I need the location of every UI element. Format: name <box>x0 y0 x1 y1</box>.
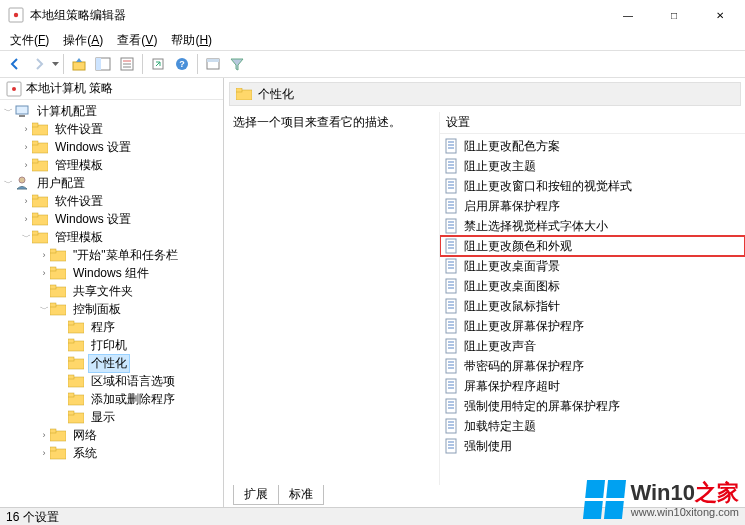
filter-button[interactable] <box>226 53 248 75</box>
close-button[interactable]: ✕ <box>697 0 743 30</box>
settings-list[interactable]: 设置 阻止更改配色方案阻止更改主题阻止更改窗口和按钮的视觉样式启用屏幕保护程序禁… <box>439 112 745 485</box>
maximize-button[interactable]: □ <box>651 0 697 30</box>
tree-node-user[interactable]: ﹀用户配置 <box>0 174 223 192</box>
policy-icon <box>444 178 460 194</box>
svg-text:?: ? <box>179 59 185 69</box>
window-title: 本地组策略编辑器 <box>30 7 605 24</box>
setting-item[interactable]: 阻止更改桌面图标 <box>440 276 745 296</box>
tree-node[interactable]: ›Windows 设置 <box>0 138 223 156</box>
setting-item[interactable]: 启用屏幕保护程序 <box>440 196 745 216</box>
tree-node[interactable]: ›系统 <box>0 444 223 462</box>
setting-item[interactable]: 强制使用 <box>440 436 745 456</box>
svg-rect-44 <box>68 357 74 361</box>
svg-point-15 <box>12 87 16 91</box>
svg-rect-19 <box>32 123 38 127</box>
svg-rect-113 <box>446 419 456 433</box>
setting-item[interactable]: 阻止更改屏幕保护程序 <box>440 316 745 336</box>
tree-node[interactable]: •程序 <box>0 318 223 336</box>
folder-icon <box>68 409 84 425</box>
policy-icon <box>444 418 460 434</box>
tab-extended[interactable]: 扩展 <box>233 485 279 505</box>
setting-item[interactable]: 屏幕保护程序超时 <box>440 376 745 396</box>
minimize-button[interactable]: — <box>605 0 651 30</box>
help-button[interactable]: ? <box>171 53 193 75</box>
tree-panel: 本地计算机 策略 ﹀计算机配置 ›软件设置 ›Windows 设置 ›管理模板 … <box>0 78 224 507</box>
setting-item[interactable]: 阻止更改鼠标指针 <box>440 296 745 316</box>
properties-button[interactable] <box>116 53 138 75</box>
menu-file[interactable]: 文件(F) <box>4 30 55 51</box>
svg-rect-46 <box>68 375 74 379</box>
tree-root-label[interactable]: 本地计算机 策略 <box>26 80 113 97</box>
tab-standard[interactable]: 标准 <box>278 485 324 505</box>
tree-node-control-panel[interactable]: ﹀控制面板 <box>0 300 223 318</box>
folder-icon <box>32 139 48 155</box>
tree-header: 本地计算机 策略 <box>0 78 223 100</box>
tree-node[interactable]: ›Windows 设置 <box>0 210 223 228</box>
setting-item[interactable]: 禁止选择视觉样式字体大小 <box>440 216 745 236</box>
forward-dropdown[interactable] <box>52 62 59 67</box>
setting-item[interactable]: 阻止更改窗口和按钮的视觉样式 <box>440 176 745 196</box>
tree-node-computer[interactable]: ﹀计算机配置 <box>0 102 223 120</box>
setting-item[interactable]: 阻止更改声音 <box>440 336 745 356</box>
svg-rect-50 <box>68 411 74 415</box>
folder-icon <box>32 157 48 173</box>
svg-rect-73 <box>446 219 456 233</box>
svg-rect-89 <box>446 299 456 313</box>
setting-item[interactable]: 加载特定主题 <box>440 416 745 436</box>
folder-icon <box>50 247 66 263</box>
tree-node-personalization[interactable]: •个性化 <box>0 354 223 372</box>
svg-rect-34 <box>50 267 56 271</box>
policy-icon <box>444 398 460 414</box>
tree-node[interactable]: ›Windows 组件 <box>0 264 223 282</box>
setting-item[interactable]: 阻止更改颜色和外观 <box>440 236 745 256</box>
setting-item[interactable]: 强制使用特定的屏幕保护程序 <box>440 396 745 416</box>
svg-rect-56 <box>236 88 242 92</box>
policy-icon <box>444 158 460 174</box>
menu-action[interactable]: 操作(A) <box>57 30 109 51</box>
main-area: 本地计算机 策略 ﹀计算机配置 ›软件设置 ›Windows 设置 ›管理模板 … <box>0 78 745 507</box>
refresh-button[interactable] <box>202 53 224 75</box>
user-icon <box>14 175 30 191</box>
tree-node[interactable]: ›管理模板 <box>0 156 223 174</box>
up-button[interactable] <box>68 53 90 75</box>
tree-node[interactable]: ›"开始"菜单和任务栏 <box>0 246 223 264</box>
policy-icon <box>444 338 460 354</box>
svg-rect-30 <box>32 231 38 235</box>
tree-node[interactable]: ›软件设置 <box>0 120 223 138</box>
tree-node[interactable]: •区域和语言选项 <box>0 372 223 390</box>
tree-node[interactable]: •显示 <box>0 408 223 426</box>
svg-rect-97 <box>446 339 456 353</box>
menu-bar: 文件(F) 操作(A) 查看(V) 帮助(H) <box>0 30 745 50</box>
tree-node[interactable]: •打印机 <box>0 336 223 354</box>
policy-icon <box>444 238 460 254</box>
folder-icon <box>50 283 66 299</box>
tree-node-admin[interactable]: ﹀管理模板 <box>0 228 223 246</box>
tree-node[interactable]: ›软件设置 <box>0 192 223 210</box>
tree-node[interactable]: •添加或删除程序 <box>0 390 223 408</box>
tree-node[interactable]: •共享文件夹 <box>0 282 223 300</box>
svg-rect-23 <box>32 159 38 163</box>
menu-view[interactable]: 查看(V) <box>111 30 163 51</box>
export-button[interactable] <box>147 53 169 75</box>
svg-rect-36 <box>50 285 56 289</box>
forward-button[interactable] <box>28 53 50 75</box>
svg-rect-32 <box>50 249 56 253</box>
setting-item[interactable]: 阻止更改主题 <box>440 156 745 176</box>
right-content: 选择一个项目来查看它的描述。 设置 阻止更改配色方案阻止更改主题阻止更改窗口和按… <box>229 106 745 485</box>
setting-item[interactable]: 阻止更改桌面背景 <box>440 256 745 276</box>
setting-item[interactable]: 阻止更改配色方案 <box>440 136 745 156</box>
show-hide-tree-button[interactable] <box>92 53 114 75</box>
folder-icon <box>32 193 48 209</box>
setting-item[interactable]: 带密码的屏幕保护程序 <box>440 356 745 376</box>
svg-rect-16 <box>16 106 28 114</box>
svg-rect-117 <box>446 439 456 453</box>
description-column: 选择一个项目来查看它的描述。 <box>229 112 439 485</box>
back-button[interactable] <box>4 53 26 75</box>
svg-rect-105 <box>446 379 456 393</box>
svg-rect-4 <box>96 58 101 70</box>
tree-body[interactable]: ﹀计算机配置 ›软件设置 ›Windows 设置 ›管理模板 ﹀用户配置 ›软件… <box>0 100 223 505</box>
policy-icon <box>444 198 460 214</box>
menu-help[interactable]: 帮助(H) <box>165 30 218 51</box>
column-header-setting[interactable]: 设置 <box>440 112 745 134</box>
tree-node[interactable]: ›网络 <box>0 426 223 444</box>
